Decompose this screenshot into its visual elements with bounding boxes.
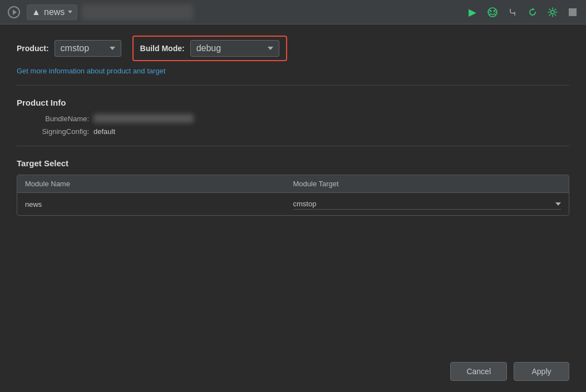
target-select-header: Target Select xyxy=(17,158,569,168)
build-mode-value: debug xyxy=(196,43,221,53)
product-field-group: Product: cmstop xyxy=(17,40,121,57)
svg-point-6 xyxy=(551,11,554,14)
module-name-cell: news xyxy=(25,200,293,209)
product-build-row: Product: cmstop Build Mode: debug xyxy=(17,36,569,61)
project-selector[interactable]: ▲ news xyxy=(27,4,77,20)
product-info-table: BundleName: SigningConfig: default xyxy=(28,114,569,136)
button-row: Cancel Apply xyxy=(17,356,569,381)
svg-marker-5 xyxy=(533,8,535,10)
module-target-value: cmstop xyxy=(293,200,317,208)
table-header: Module Name Module Target xyxy=(17,175,569,193)
refresh-icon[interactable] xyxy=(525,4,540,20)
stop-icon[interactable] xyxy=(565,4,580,20)
bundle-name-label: BundleName: xyxy=(28,115,89,123)
build-mode-select[interactable]: debug xyxy=(190,40,279,57)
product-label: Product: xyxy=(17,44,49,53)
module-target-cell[interactable]: cmstop xyxy=(293,199,562,210)
svg-marker-1 xyxy=(13,9,17,15)
product-select-chevron xyxy=(110,47,115,50)
main-content: Product: cmstop Build Mode: debug Get mo… xyxy=(0,24,586,392)
build-mode-section: Build Mode: debug xyxy=(132,36,287,61)
col-module-name: Module Name xyxy=(25,180,293,188)
project-name: news xyxy=(44,7,65,17)
table-row: news cmstop xyxy=(17,193,569,215)
separator-1 xyxy=(17,85,569,86)
apply-button[interactable]: Apply xyxy=(514,362,569,381)
separator-2 xyxy=(17,146,569,146)
col-module-target: Module Target xyxy=(293,180,562,188)
signing-config-row: SigningConfig: default xyxy=(28,127,569,136)
signing-config-value: default xyxy=(93,127,115,136)
toolbar: ▲ news ▶ xyxy=(0,0,586,24)
product-select-value: cmstop xyxy=(61,43,90,53)
project-icon: ▲ xyxy=(32,8,41,17)
debug-icon[interactable] xyxy=(485,4,500,20)
settings-icon[interactable] xyxy=(545,4,560,20)
product-select[interactable]: cmstop xyxy=(55,40,121,57)
run-icon[interactable]: ▶ xyxy=(465,4,480,20)
module-target-select[interactable]: cmstop xyxy=(293,199,562,210)
profile-icon[interactable] xyxy=(505,4,520,20)
product-info-header: Product Info xyxy=(17,98,569,107)
module-target-chevron xyxy=(555,202,561,206)
signing-config-label: SigningConfig: xyxy=(28,127,89,136)
bundle-name-row: BundleName: xyxy=(28,114,569,123)
toolbar-icons: ▶ xyxy=(465,4,580,20)
target-select-table: Module Name Module Target news cmstop xyxy=(17,175,569,216)
bundle-name-value-blurred xyxy=(93,114,194,123)
cancel-button[interactable]: Cancel xyxy=(450,362,507,381)
toolbar-blurred-area xyxy=(82,4,193,20)
app-logo xyxy=(6,4,22,21)
build-mode-label: Build Mode: xyxy=(140,44,185,53)
build-mode-chevron xyxy=(268,47,273,50)
info-link[interactable]: Get more information about product and t… xyxy=(17,67,569,75)
svg-rect-7 xyxy=(569,8,577,16)
project-dropdown-icon xyxy=(68,11,72,13)
